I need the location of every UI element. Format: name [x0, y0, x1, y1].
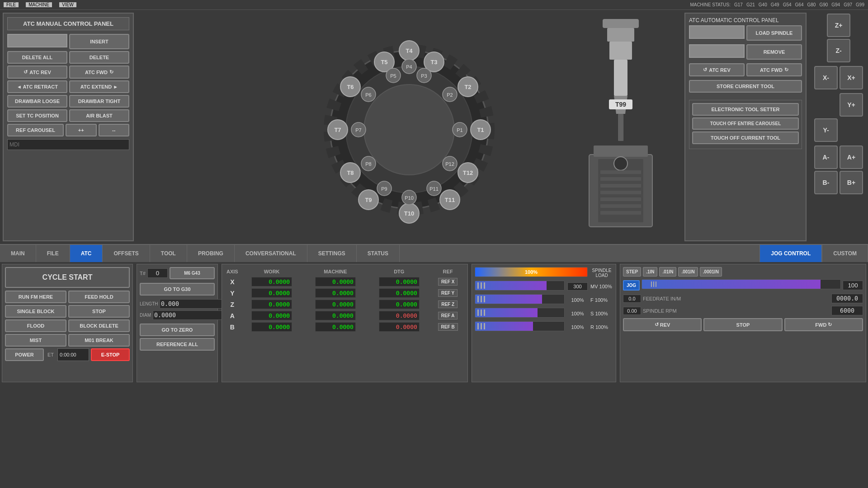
touch-off-current-button[interactable]: TOUCH OFF CURRENT TOOL — [692, 131, 799, 144]
flood-button[interactable]: FLOOD — [5, 319, 66, 332]
spindle-display[interactable] — [623, 307, 641, 315]
drawbar-tight-button[interactable]: DRAWBAR TIGHT — [69, 95, 129, 108]
tab-main[interactable]: MAIN — [0, 245, 36, 262]
atc-rev-button[interactable]: ↺ ATC REV — [7, 66, 67, 79]
spindle-fwd-button[interactable]: FWD ↻ — [784, 318, 863, 331]
reference-all-button[interactable]: REFERENCE ALL — [140, 338, 215, 351]
tab-probing[interactable]: PROBING — [187, 245, 235, 262]
feedrate-display[interactable] — [623, 295, 641, 303]
jog-speed-input[interactable] — [843, 281, 863, 290]
tab-status[interactable]: STATUS — [357, 245, 400, 262]
y-minus-jog-button[interactable]: Y- — [814, 118, 838, 142]
menu-file[interactable]: FILE — [4, 2, 19, 7]
power-button[interactable]: POWER — [5, 348, 44, 361]
z-dtg[interactable] — [379, 300, 420, 309]
single-block-button[interactable]: SINGLE BLOCK — [5, 305, 66, 318]
atc-rev-auto-button[interactable]: ↺ ATC REV — [689, 63, 745, 76]
tab-file[interactable]: FILE — [36, 245, 70, 262]
b-work[interactable] — [251, 322, 292, 332]
z-machine[interactable] — [315, 300, 356, 309]
load-spindle-input[interactable] — [689, 25, 745, 39]
stop-button[interactable]: STOP — [68, 305, 130, 318]
b-plus-jog-button[interactable]: B+ — [840, 171, 863, 194]
ref-y-button[interactable]: REF Y — [438, 289, 458, 297]
step-button[interactable]: STEP — [623, 267, 641, 277]
spindle-rpm-value[interactable] — [831, 306, 863, 315]
atc-fwd-auto-button[interactable]: ATC FWD ↻ — [746, 63, 802, 76]
diam-input[interactable] — [153, 310, 232, 320]
delete-all-button[interactable]: DELETE ALL — [7, 51, 67, 64]
tab-jog-control[interactable]: JOG CONTROL — [760, 245, 822, 262]
ref-a-button[interactable]: REF A — [438, 312, 458, 319]
spindle-stop-button[interactable]: STOP — [703, 318, 782, 331]
mdi-input[interactable] — [7, 139, 129, 150]
mv-value-input[interactable] — [567, 282, 588, 291]
estop-button[interactable]: E-STOP — [91, 348, 130, 361]
insert-button[interactable]: INSERT — [69, 34, 129, 49]
ref-b-button[interactable]: REF B — [438, 323, 458, 331]
b-dtg[interactable] — [379, 322, 420, 332]
y-dtg[interactable] — [379, 288, 420, 298]
in0001-button[interactable]: .0001IN — [700, 267, 722, 277]
a-machine[interactable] — [315, 311, 356, 320]
tool-number-input[interactable] — [7, 34, 67, 47]
m01-break-button[interactable]: M01 BREAK — [68, 334, 130, 347]
remove-input[interactable] — [689, 44, 745, 58]
atc-retract-button[interactable]: ◄ ATC RETRACT — [7, 80, 67, 93]
z-minus-jog-button[interactable]: Z- — [827, 39, 850, 62]
electronic-tool-setter-button[interactable]: ELECTRONIC TOOL SETTER — [692, 103, 799, 116]
block-delete-button[interactable]: BLOCK DELETE — [68, 319, 130, 332]
air-blast-button[interactable]: AIR BLAST — [69, 109, 129, 122]
a-dtg[interactable] — [379, 311, 420, 320]
spindle-rev-button[interactable]: ↺ REV — [623, 318, 702, 331]
in001-button[interactable]: .001IN — [678, 267, 698, 277]
z-plus-jog-button[interactable]: Z+ — [827, 14, 850, 37]
touch-off-carousel-button[interactable]: TOUCH OFF ENTIRE CAROUSEL — [692, 117, 799, 130]
in1-button[interactable]: .1IN — [643, 267, 657, 277]
set-tc-button[interactable]: SET TC POSITION — [7, 109, 67, 122]
plus-plus-button[interactable]: ++ — [66, 124, 97, 136]
feed-hold-button[interactable]: FEED HOLD — [68, 291, 130, 303]
atc-fwd-button[interactable]: ATC FWD ↻ — [69, 66, 129, 79]
feedrate-value[interactable] — [831, 294, 863, 303]
menu-machine[interactable]: MACHINE — [26, 2, 52, 7]
et-input[interactable]: 0:00:00 — [57, 348, 89, 361]
ref-carousel-button[interactable]: REF CAROUSEL — [7, 124, 64, 136]
remove-button[interactable]: REMOVE — [746, 44, 802, 60]
go-to-g30-button[interactable]: GO TO G30 — [140, 283, 215, 296]
x-dtg[interactable] — [379, 277, 420, 286]
ref-x-button[interactable]: REF X — [438, 278, 458, 286]
x-plus-jog-button[interactable]: X+ — [840, 66, 863, 89]
a-work[interactable] — [251, 311, 292, 320]
x-machine[interactable] — [315, 277, 356, 286]
a-minus-jog-button[interactable]: A- — [814, 145, 838, 169]
x-work[interactable] — [251, 277, 292, 286]
minus-minus-button[interactable]: -- — [99, 124, 130, 136]
atc-extend-button[interactable]: ATC EXTEND ► — [69, 80, 129, 93]
b-machine[interactable] — [315, 322, 356, 332]
x-minus-jog-button[interactable]: X- — [814, 66, 838, 89]
z-work[interactable] — [251, 300, 292, 309]
store-current-tool-button[interactable]: STORE CURRENT TOOL — [689, 80, 802, 93]
tab-offsets[interactable]: OFFSETS — [103, 245, 150, 262]
cycle-start-button[interactable]: CYCLE START — [5, 267, 130, 288]
tab-custom[interactable]: CUSTOM — [822, 245, 868, 262]
tab-settings[interactable]: SETTINGS — [307, 245, 357, 262]
tool-number-display[interactable] — [147, 268, 168, 278]
a-plus-jog-button[interactable]: A+ — [840, 145, 863, 169]
load-spindle-button[interactable]: LOAD SPINDLE — [746, 25, 802, 41]
ref-z-button[interactable]: REF Z — [438, 300, 458, 308]
tab-conversational[interactable]: CONVERSATIONAL — [235, 245, 307, 262]
b-minus-jog-button[interactable]: B- — [814, 171, 838, 194]
tab-tool[interactable]: TOOL — [150, 245, 187, 262]
jog-mode-button[interactable]: JOG — [623, 280, 640, 291]
menu-view[interactable]: VIEW — [59, 2, 76, 7]
y-plus-jog-button[interactable]: Y+ — [840, 93, 863, 117]
y-work[interactable] — [251, 288, 292, 298]
y-machine[interactable] — [315, 288, 356, 298]
tab-atc[interactable]: ATC — [70, 245, 103, 262]
delete-button[interactable]: DELETE — [69, 51, 129, 64]
mist-button[interactable]: MIST — [5, 334, 66, 347]
go-to-zero-button[interactable]: GO TO ZERO — [140, 324, 215, 336]
in01-button[interactable]: .01IN — [659, 267, 676, 277]
